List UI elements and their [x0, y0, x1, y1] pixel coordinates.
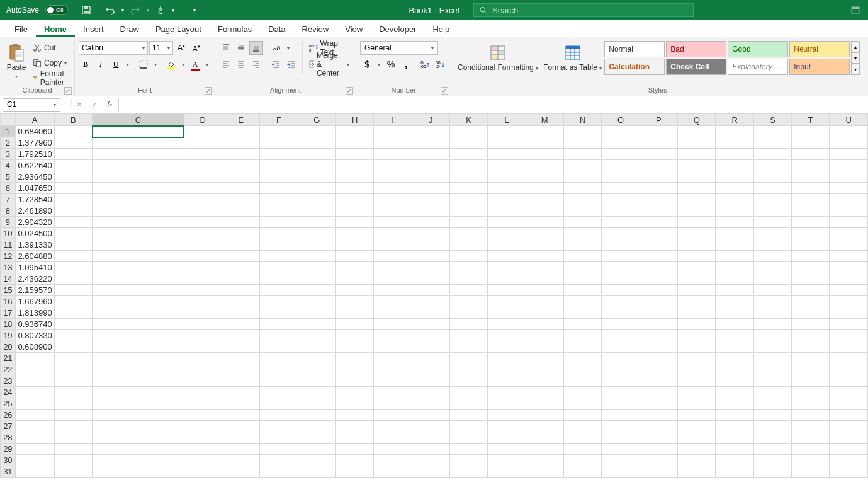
cell[interactable] — [222, 455, 259, 466]
cell[interactable] — [678, 137, 716, 149]
cell[interactable] — [526, 171, 563, 183]
cell[interactable] — [449, 205, 487, 217]
cell[interactable] — [93, 194, 184, 205]
cell[interactable] — [602, 126, 640, 137]
cell[interactable] — [640, 183, 677, 194]
cell[interactable] — [54, 262, 92, 273]
cell[interactable] — [54, 466, 92, 478]
cell[interactable] — [374, 296, 412, 307]
cell[interactable]: 0.024500 — [15, 228, 54, 239]
cell[interactable] — [716, 285, 753, 296]
cell[interactable] — [830, 239, 868, 251]
cell[interactable] — [336, 171, 374, 183]
cell[interactable] — [298, 137, 335, 149]
cell[interactable]: 0.684060 — [15, 126, 54, 137]
cell[interactable] — [640, 319, 677, 330]
cell[interactable] — [449, 285, 487, 296]
cell[interactable] — [374, 455, 412, 466]
cell[interactable] — [563, 194, 601, 205]
cell[interactable] — [640, 296, 677, 307]
row-header[interactable]: 18 — [1, 319, 16, 330]
cell[interactable] — [298, 353, 335, 364]
cell[interactable] — [640, 330, 677, 341]
cell[interactable] — [449, 307, 487, 319]
cell[interactable] — [449, 410, 487, 421]
cell[interactable] — [93, 466, 184, 478]
cell[interactable] — [374, 444, 412, 455]
row-header[interactable]: 7 — [1, 194, 16, 205]
cell[interactable] — [753, 341, 791, 353]
cell[interactable] — [184, 183, 222, 194]
cell[interactable] — [449, 421, 487, 432]
cell[interactable] — [526, 160, 563, 171]
decrease-indent-button[interactable] — [269, 57, 283, 71]
cell[interactable] — [412, 421, 449, 432]
cell[interactable] — [336, 160, 374, 171]
cell[interactable] — [449, 194, 487, 205]
cell[interactable] — [678, 296, 716, 307]
cell[interactable] — [336, 421, 374, 432]
cell[interactable] — [222, 307, 259, 319]
row-header[interactable]: 8 — [1, 205, 16, 217]
row-header[interactable]: 30 — [1, 455, 16, 466]
cell[interactable] — [449, 341, 487, 353]
cell[interactable] — [678, 353, 716, 364]
cell[interactable] — [830, 171, 868, 183]
cell[interactable] — [298, 410, 335, 421]
cell[interactable] — [298, 444, 335, 455]
cell[interactable] — [298, 387, 335, 398]
cell[interactable] — [830, 455, 868, 466]
cell[interactable] — [184, 421, 222, 432]
cell[interactable] — [488, 432, 526, 444]
cell[interactable] — [412, 307, 449, 319]
cell[interactable] — [640, 353, 677, 364]
cell[interactable] — [298, 228, 335, 239]
column-header[interactable]: C — [93, 114, 184, 126]
cell[interactable] — [830, 183, 868, 194]
column-header[interactable]: H — [336, 114, 374, 126]
tab-help[interactable]: Help — [424, 22, 458, 37]
cell[interactable] — [488, 466, 526, 478]
cell[interactable] — [298, 160, 335, 171]
cell[interactable] — [449, 228, 487, 239]
cell[interactable] — [222, 217, 259, 228]
cell[interactable]: 0.622640 — [15, 160, 54, 171]
cell[interactable] — [412, 296, 449, 307]
cell[interactable] — [260, 387, 298, 398]
font-name-combo[interactable]: Calibri▾ — [79, 41, 148, 55]
column-header[interactable]: J — [412, 114, 449, 126]
column-header[interactable]: M — [526, 114, 563, 126]
cell[interactable] — [792, 228, 830, 239]
cell[interactable] — [678, 205, 716, 217]
cell[interactable] — [15, 375, 54, 387]
cancel-formula-button[interactable]: ✕ — [72, 98, 87, 112]
cell[interactable] — [336, 285, 374, 296]
format-as-table-button[interactable]: Format as Table ▾ — [541, 41, 604, 74]
cell[interactable] — [563, 183, 601, 194]
cell[interactable] — [753, 421, 791, 432]
decrease-font-icon[interactable]: A▾ — [189, 41, 203, 55]
cell[interactable] — [54, 160, 92, 171]
cell[interactable] — [602, 307, 640, 319]
column-header[interactable]: S — [753, 114, 791, 126]
cell[interactable] — [298, 126, 335, 137]
column-header[interactable]: D — [184, 114, 222, 126]
cell[interactable] — [260, 273, 298, 285]
cell[interactable] — [298, 171, 335, 183]
insert-function-button[interactable]: fx — [102, 98, 117, 112]
ribbon-display-options-icon[interactable] — [850, 5, 860, 15]
cell[interactable] — [792, 205, 830, 217]
cell[interactable] — [222, 319, 259, 330]
cell[interactable] — [184, 466, 222, 478]
cell[interactable] — [602, 319, 640, 330]
cell[interactable] — [222, 160, 259, 171]
cell[interactable]: 0.936740 — [15, 319, 54, 330]
cell[interactable] — [753, 251, 791, 262]
cell[interactable] — [602, 239, 640, 251]
cell[interactable] — [222, 194, 259, 205]
cell[interactable] — [753, 330, 791, 341]
cell[interactable] — [54, 307, 92, 319]
cell[interactable] — [526, 466, 563, 478]
cell[interactable] — [93, 353, 184, 364]
cell[interactable] — [374, 319, 412, 330]
